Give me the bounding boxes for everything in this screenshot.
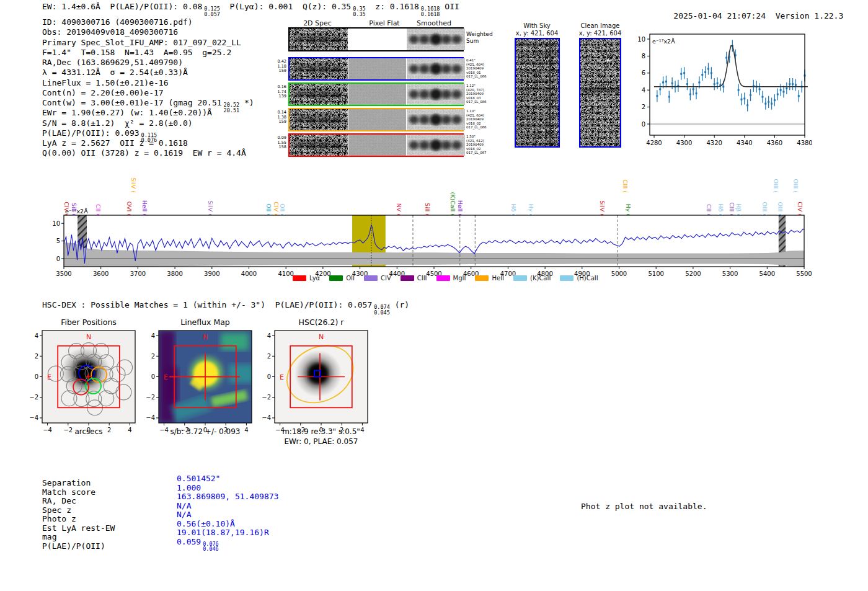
with-sky-title: With Skyx, y: 421, 604 <box>516 22 559 37</box>
match-table-value: 19.01(18.87,19.16)R <box>177 528 269 537</box>
with-sky-image <box>515 38 560 148</box>
cutout-row <box>288 57 464 81</box>
svg-text:2: 2 <box>35 353 38 360</box>
match-table-value: 0.0590.0760.046 <box>177 537 219 552</box>
emission-line-label: CIV ( <box>63 202 69 216</box>
legend-item: CIV <box>364 275 391 282</box>
emission-line-label: NV ( <box>396 203 402 216</box>
emission-line-label: (K)CaII ( <box>450 192 456 216</box>
legend-swatch <box>436 275 450 281</box>
legend-item: MgII <box>436 275 466 282</box>
emission-line-label: OII ( <box>279 203 285 216</box>
legend-swatch <box>329 275 343 281</box>
cutout-row-left-labels: 0.141.38159 <box>269 110 286 125</box>
spectrum-legend: LyαOIICIVCIIIMgIIHeII(K)CaII(H)CaII <box>293 275 598 282</box>
svg-text:2: 2 <box>107 427 111 433</box>
legend-swatch <box>475 275 489 281</box>
report-version: Version 1.22.3 <box>776 11 844 20</box>
match-table-value: 163.869809, 51.409873 <box>177 492 278 501</box>
match-table-value: 1.000 <box>177 483 201 492</box>
svg-text:3500: 3500 <box>56 270 71 277</box>
legend-item: (H)CaII <box>560 275 598 282</box>
svg-text:0: 0 <box>642 121 645 128</box>
emission-line-label: Hδ ( <box>717 203 724 216</box>
cutout-row-left-labels: 0.161.74139 <box>269 85 286 99</box>
legend-swatch <box>513 275 527 281</box>
legend-swatch <box>401 275 414 281</box>
svg-text:4: 4 <box>267 332 271 339</box>
match-table-label: Est LyA rest-EW <box>42 523 115 533</box>
svg-text:3800: 3800 <box>167 270 182 277</box>
value-range: 0.0760.046 <box>203 541 219 552</box>
svg-text:4320: 4320 <box>706 140 722 146</box>
svg-text:0: 0 <box>151 373 155 380</box>
svg-text:0: 0 <box>56 256 60 262</box>
cutout-row <box>288 27 464 51</box>
svg-text:4360: 4360 <box>767 140 782 146</box>
svg-text:4: 4 <box>360 427 364 433</box>
value-range: 0.0740.045 <box>374 304 390 315</box>
match-table-value: N/A <box>177 510 191 519</box>
cutout-pixelflat-image <box>348 135 406 156</box>
emission-line-label: Hβ ( <box>735 203 742 216</box>
svg-text:4380: 4380 <box>797 140 812 146</box>
emission-line-label: OIII ( <box>792 179 799 193</box>
info-line: F=1.4" T=0.158 N=1.43 A=0.95 g=25.2 <box>42 48 254 58</box>
cutout-smoothed-image <box>407 84 465 105</box>
match-table-value: 0.56(±0.10)Å <box>177 519 235 528</box>
svg-text:3600: 3600 <box>93 270 108 277</box>
svg-text:5300: 5300 <box>722 270 738 277</box>
cutout-2dspec-image <box>290 109 348 130</box>
fiber-positions-panel: −4−4−2−2002244NE <box>25 315 143 439</box>
svg-text:N: N <box>203 333 208 341</box>
weighted-sum-label: WeightedSum <box>466 31 503 44</box>
emission-line-label: CII ( <box>95 204 101 216</box>
svg-text:4300: 4300 <box>676 140 692 146</box>
svg-text:2: 2 <box>151 353 155 360</box>
svg-text:−4: −4 <box>262 414 271 421</box>
emission-line-label: SiII ( <box>71 203 77 216</box>
legend-item: OII <box>329 275 355 282</box>
match-table-label: mag <box>42 532 56 541</box>
cutout-title-smoothed: Smoothed <box>417 19 451 27</box>
emission-line-label: OIII ( <box>761 202 768 216</box>
svg-text:E: E <box>47 373 51 381</box>
lineflux-map-caption: s/b: 3.72 +/- 0.093 <box>170 427 241 436</box>
legend-item: Lyα <box>293 275 320 282</box>
svg-text:0: 0 <box>267 373 271 380</box>
value-range: 20.5220.51 <box>224 102 240 113</box>
fiber-positions-caption: arcsecs <box>74 427 102 436</box>
emission-line-label: CIII ( <box>622 179 628 193</box>
svg-text:2: 2 <box>267 353 271 360</box>
match-table-label: Match score <box>42 487 95 497</box>
match-table-label: RA, Dec <box>42 496 76 505</box>
svg-text:4: 4 <box>128 427 131 433</box>
hsc-caption-1: m:18.9 re:3.3" s:0.5" <box>282 427 360 436</box>
cutout-2dspec-image <box>290 29 348 50</box>
emission-line-label: SiII ( <box>424 203 430 216</box>
hsc-cutout-panel: −4−4−2−2002244NE <box>257 315 375 439</box>
svg-text:6: 6 <box>642 69 645 76</box>
svg-text:10: 10 <box>53 220 60 227</box>
cutout-2dspec-image <box>290 84 348 105</box>
svg-text:8: 8 <box>642 53 645 60</box>
info-line: Primary Spec_Slot_IFU_AMP: 017_097_022_L… <box>42 38 254 48</box>
cutout-pixelflat-image <box>348 84 406 105</box>
info-line: LyA z = 2.5627 OII z = 0.1618 <box>42 138 254 148</box>
emission-line-label: Hγ ( <box>625 204 631 216</box>
cutout-pixelflat-image <box>348 109 406 130</box>
emission-line-label: HeII ( <box>141 200 148 216</box>
cutout-title-pixelflat: Pixel Flat <box>369 19 399 27</box>
cutout-row-left-labels: 0.421.18159 <box>269 60 286 74</box>
emission-line-label: CIII ( <box>728 202 735 216</box>
cutout-title-2dspec: 2D Spec <box>303 19 332 27</box>
line-fit-inset-chart: e⁻¹⁷x2Å0246810428043004320434043604380 <box>632 25 812 149</box>
info-line: LineFlux = 1.50(±0.21)e-16 <box>42 78 254 88</box>
value-range: 0.350.35 <box>353 6 365 17</box>
cutout-smoothed-image <box>407 135 465 156</box>
emission-line-label: SiIV ( <box>207 200 213 216</box>
svg-text:5100: 5100 <box>648 270 663 277</box>
svg-text:−2: −2 <box>63 427 73 433</box>
svg-text:5000: 5000 <box>611 270 627 277</box>
hsc-caption-2: EWr: 0, PLAE: 0.057 <box>285 437 358 446</box>
